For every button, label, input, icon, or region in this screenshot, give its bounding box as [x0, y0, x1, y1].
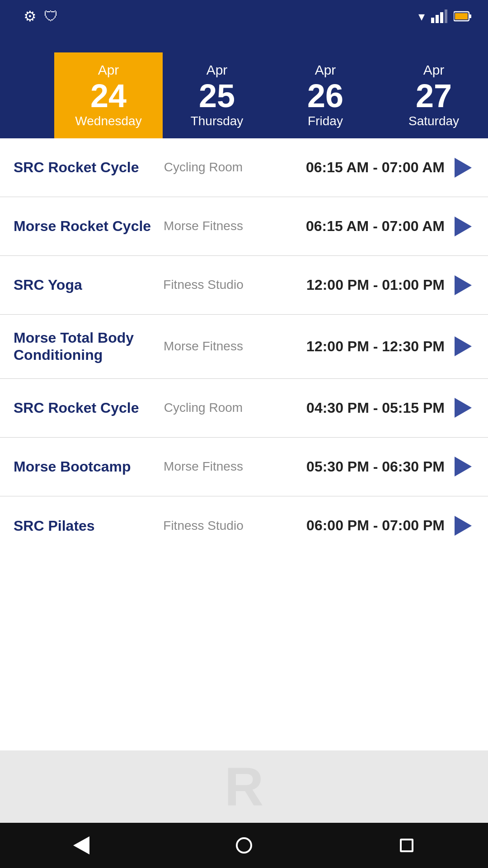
- class-name-6: SRC Pilates: [14, 517, 163, 534]
- date-item-sat[interactable]: Apr 27 Saturday: [380, 52, 488, 138]
- class-location-6: Fitness Studio: [163, 518, 244, 534]
- class-location-4: Cycling Room: [163, 400, 244, 416]
- date-month-fri: Apr: [315, 62, 336, 78]
- signal-icon: [431, 9, 447, 23]
- date-item-thu[interactable]: Apr 25 Thursday: [163, 52, 271, 138]
- date-month-wed: Apr: [98, 62, 119, 78]
- play-button-1[interactable]: [452, 215, 474, 238]
- date-num-wed: 24: [90, 80, 127, 112]
- play-button-0[interactable]: [452, 156, 474, 179]
- bottom-area: R: [0, 750, 488, 823]
- class-location-5: Morse Fitness: [163, 458, 244, 475]
- play-button-3[interactable]: [452, 335, 474, 358]
- wifi-icon: ▾: [418, 9, 425, 24]
- nav-back-button[interactable]: [63, 827, 99, 863]
- nav-recents-button[interactable]: [389, 827, 425, 863]
- schedule-list: SRC Rocket Cycle Cycling Room 06:15 AM -…: [0, 138, 488, 750]
- status-bar: ⚙ 🛡 ▾: [0, 0, 488, 33]
- class-name-3: Morse Total Body Conditioning: [14, 329, 163, 364]
- class-time-6: 06:00 PM - 07:00 PM: [244, 517, 452, 534]
- svg-rect-2: [440, 12, 443, 23]
- schedule-item-3[interactable]: Morse Total Body Conditioning Morse Fitn…: [0, 315, 488, 379]
- svg-rect-3: [445, 9, 447, 23]
- battery-icon: [454, 11, 472, 22]
- class-time-5: 05:30 PM - 06:30 PM: [244, 458, 452, 475]
- date-name-sat: Saturday: [408, 114, 459, 128]
- date-item-wed[interactable]: Apr 24 Wednesday: [54, 52, 163, 138]
- status-right: ▾: [418, 9, 472, 24]
- schedule-item-4[interactable]: SRC Rocket Cycle Cycling Room 04:30 PM -…: [0, 379, 488, 438]
- status-left: ⚙ 🛡: [16, 8, 58, 25]
- class-time-2: 12:00 PM - 01:00 PM: [244, 277, 452, 293]
- settings-icon: ⚙: [23, 8, 37, 25]
- date-item-fri[interactable]: Apr 26 Friday: [271, 52, 380, 138]
- class-name-4: SRC Rocket Cycle: [14, 399, 163, 416]
- date-selector: Apr 24 Wednesday Apr 25 Thursday Apr 26 …: [0, 52, 488, 138]
- class-name-0: SRC Rocket Cycle: [14, 159, 163, 176]
- date-num-thu: 25: [199, 80, 235, 112]
- schedule-item-2[interactable]: SRC Yoga Fitness Studio 12:00 PM - 01:00…: [0, 256, 488, 315]
- svg-rect-7: [455, 13, 468, 19]
- svg-rect-0: [431, 18, 434, 23]
- class-name-2: SRC Yoga: [14, 276, 163, 293]
- app-header: [0, 33, 488, 52]
- date-month-sat: Apr: [423, 62, 445, 78]
- date-month-thu: Apr: [206, 62, 228, 78]
- schedule-item-0[interactable]: SRC Rocket Cycle Cycling Room 06:15 AM -…: [0, 138, 488, 197]
- class-name-5: Morse Bootcamp: [14, 458, 163, 475]
- class-time-4: 04:30 PM - 05:15 PM: [244, 400, 452, 416]
- date-name-fri: Friday: [308, 114, 343, 128]
- class-time-1: 06:15 AM - 07:00 AM: [244, 218, 452, 235]
- class-location-3: Morse Fitness: [163, 338, 244, 354]
- class-location-1: Morse Fitness: [163, 218, 244, 234]
- class-location-2: Fitness Studio: [163, 277, 244, 293]
- class-name-1: Morse Rocket Cycle: [14, 217, 163, 235]
- schedule-item-1[interactable]: Morse Rocket Cycle Morse Fitness 06:15 A…: [0, 197, 488, 256]
- watermark: R: [225, 755, 264, 818]
- schedule-item-6[interactable]: SRC Pilates Fitness Studio 06:00 PM - 07…: [0, 496, 488, 555]
- date-num-sat: 27: [416, 80, 452, 112]
- date-name-thu: Thursday: [191, 114, 244, 128]
- date-item-partial[interactable]: [0, 52, 54, 138]
- date-num-fri: 26: [307, 80, 343, 112]
- play-button-2[interactable]: [452, 274, 474, 297]
- class-location-0: Cycling Room: [163, 159, 244, 175]
- play-button-6[interactable]: [452, 514, 474, 537]
- svg-rect-1: [436, 15, 439, 23]
- class-time-0: 06:15 AM - 07:00 AM: [244, 159, 452, 176]
- class-time-3: 12:00 PM - 12:30 PM: [244, 338, 452, 355]
- nav-home-button[interactable]: [226, 827, 262, 863]
- svg-rect-5: [469, 14, 471, 18]
- play-button-4[interactable]: [452, 396, 474, 419]
- date-name-wed: Wednesday: [75, 114, 141, 128]
- shield-icon: 🛡: [44, 8, 58, 25]
- play-button-5[interactable]: [452, 455, 474, 478]
- schedule-item-5[interactable]: Morse Bootcamp Morse Fitness 05:30 PM - …: [0, 438, 488, 496]
- nav-bar: [0, 823, 488, 868]
